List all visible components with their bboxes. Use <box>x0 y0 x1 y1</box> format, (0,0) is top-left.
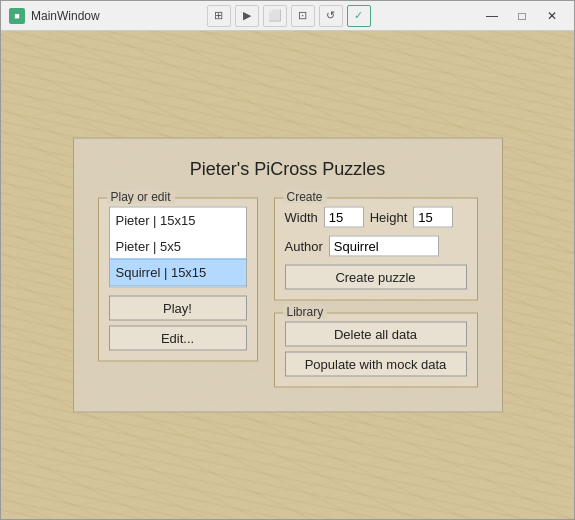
toolbar-btn-4[interactable]: ⊡ <box>291 5 315 27</box>
app-icon: ■ <box>9 8 25 24</box>
create-puzzle-button[interactable]: Create puzzle <box>285 265 467 290</box>
create-legend: Create <box>283 190 327 204</box>
width-input[interactable] <box>324 207 364 228</box>
author-label: Author <box>285 239 323 254</box>
window-controls: — □ ✕ <box>478 5 566 27</box>
populate-mock-button[interactable]: Populate with mock data <box>285 352 467 377</box>
size-row: Width Height <box>285 207 467 228</box>
titlebar: ■ MainWindow ⊞ ▶ ⬜ ⊡ ↺ ✓ — □ ✕ <box>1 1 574 31</box>
main-window: ■ MainWindow ⊞ ▶ ⬜ ⊡ ↺ ✓ — □ ✕ Pieter's … <box>0 0 575 520</box>
toolbar-btn-5[interactable]: ↺ <box>319 5 343 27</box>
maximize-button[interactable]: □ <box>508 5 536 27</box>
author-row: Author <box>285 236 467 257</box>
close-button[interactable]: ✕ <box>538 5 566 27</box>
puzzle-list-item-selected[interactable]: Squirrel | 15x15 <box>109 259 247 287</box>
titlebar-left: ■ MainWindow <box>9 8 100 24</box>
author-input[interactable] <box>329 236 439 257</box>
right-column: Create Width Height Author Create puzzle <box>274 198 478 388</box>
puzzle-list-item[interactable]: Pieter | 5x5 <box>110 233 246 259</box>
minimize-button[interactable]: — <box>478 5 506 27</box>
main-panel: Pieter's PiCross Puzzles Play or edit Pi… <box>73 138 503 413</box>
edit-button[interactable]: Edit... <box>109 325 247 350</box>
play-button[interactable]: Play! <box>109 295 247 320</box>
window-title: MainWindow <box>31 9 100 23</box>
library-section: Library Delete all data Populate with mo… <box>274 313 478 388</box>
toolbar-btn-3[interactable]: ⬜ <box>263 5 287 27</box>
width-label: Width <box>285 210 318 225</box>
play-edit-section: Play or edit Pieter | 15x15 Pieter | 5x5… <box>98 198 258 362</box>
toolbar-btn-2[interactable]: ▶ <box>235 5 259 27</box>
library-legend: Library <box>283 305 328 319</box>
puzzle-list-item[interactable]: Pieter | 15x15 <box>110 208 246 234</box>
toolbar: ⊞ ▶ ⬜ ⊡ ↺ ✓ <box>100 5 478 27</box>
create-section: Create Width Height Author Create puzzle <box>274 198 478 301</box>
toolbar-btn-6[interactable]: ✓ <box>347 5 371 27</box>
panels-row: Play or edit Pieter | 15x15 Pieter | 5x5… <box>98 198 478 388</box>
puzzle-list: Pieter | 15x15 Pieter | 5x5 Squirrel | 1… <box>109 207 247 288</box>
play-edit-legend: Play or edit <box>107 190 175 204</box>
height-label: Height <box>370 210 408 225</box>
toolbar-btn-1[interactable]: ⊞ <box>207 5 231 27</box>
app-title: Pieter's PiCross Puzzles <box>98 159 478 180</box>
content-area: Pieter's PiCross Puzzles Play or edit Pi… <box>1 31 574 519</box>
height-input[interactable] <box>413 207 453 228</box>
delete-all-button[interactable]: Delete all data <box>285 322 467 347</box>
